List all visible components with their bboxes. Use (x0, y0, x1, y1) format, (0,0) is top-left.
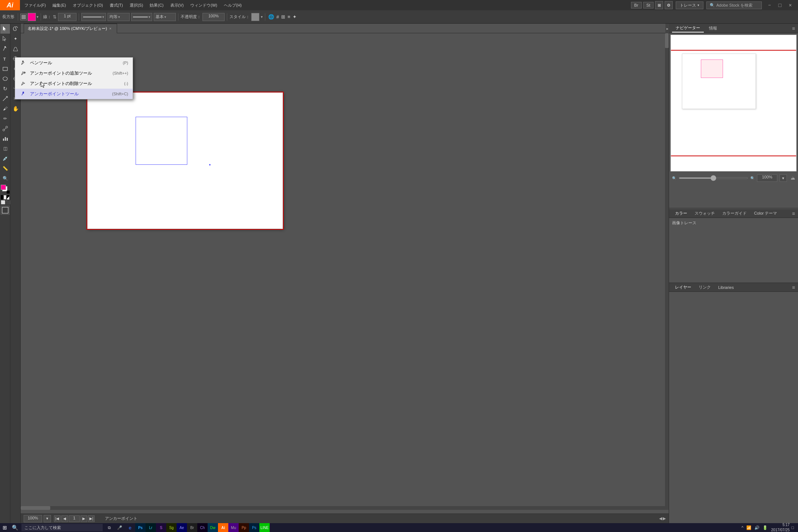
taskbar-search[interactable]: ここに入力して検索 (21, 524, 103, 531)
canvas-area[interactable] (21, 33, 669, 510)
fill-stroke-colors[interactable] (1, 185, 10, 194)
taskbar-pp[interactable]: Pp (239, 523, 249, 532)
selection-tool[interactable] (0, 24, 10, 34)
pen-tool[interactable] (0, 44, 10, 54)
remove-anchor-option[interactable]: - アンカーポイントの削除ツール (-) (15, 78, 133, 89)
warp-icon[interactable]: ⊞ (280, 13, 286, 20)
align-icon[interactable]: ≡ (287, 13, 291, 20)
menu-effect[interactable]: 効果(C) (147, 0, 166, 10)
direct-selection-tool[interactable] (0, 34, 10, 44)
first-page-button[interactable]: |◀ (54, 515, 61, 522)
add-anchor-option[interactable]: + アンカーポイントの追加ツール (Shift++) (15, 68, 133, 78)
taskbar-dw[interactable]: Dw (208, 523, 218, 532)
last-page-button[interactable]: ▶| (88, 515, 95, 522)
taskbar-ae[interactable]: Ae (177, 523, 187, 532)
rectangle-tool[interactable] (0, 64, 10, 74)
pathfinder-icon[interactable]: ✦ (292, 13, 297, 20)
transform-icon[interactable]: # (276, 13, 280, 20)
horizontal-scrollbar[interactable] (21, 506, 669, 510)
start-button[interactable]: ⊞ (0, 523, 10, 532)
color-guide-tab[interactable]: カラーガイド (719, 210, 750, 217)
measure-tool[interactable]: 📏 (0, 164, 10, 173)
menu-help[interactable]: ヘルプ(H) (221, 0, 245, 10)
right-collapse-button[interactable]: ▸ (665, 24, 669, 33)
globe-icon[interactable]: 🌐 (267, 13, 275, 20)
swatches-tab[interactable]: スウォッチ (692, 210, 718, 217)
hand-tool[interactable]: ✋ (11, 104, 20, 113)
info-tab[interactable]: 情報 (705, 24, 721, 32)
taskbar-sg[interactable]: Sg (166, 523, 177, 532)
menu-file[interactable]: ファイル(F) (21, 0, 49, 10)
scroll-right-arrow[interactable]: ▶ (663, 516, 666, 521)
black-square[interactable] (1, 195, 3, 200)
zoom-dropdown[interactable]: ▾ (44, 515, 51, 522)
tray-battery[interactable]: 🔋 (761, 525, 769, 531)
screen-mode-2[interactable]: ⬛ (6, 200, 10, 204)
perspective-tool[interactable] (11, 44, 20, 54)
menu-object[interactable]: オブジェクト(O) (70, 0, 106, 10)
tray-up[interactable]: ^ (740, 525, 744, 531)
taskbar-edge[interactable]: e (125, 523, 135, 532)
layers-menu-icon[interactable]: ≡ (792, 284, 795, 290)
trace-button[interactable]: トレース ▾ (676, 1, 703, 9)
prev-page-button[interactable]: ◀ (61, 515, 68, 522)
next-page-button[interactable]: ▶ (81, 515, 87, 522)
stroke-profile-picker[interactable]: ▾ (131, 13, 152, 21)
artboard-tool[interactable] (1, 206, 10, 215)
taskbar-ai[interactable]: Ai (218, 523, 228, 532)
color-tab[interactable]: カラー (672, 210, 690, 217)
bar-chart-tool[interactable] (0, 134, 10, 143)
taskbar-lr[interactable]: Lr (146, 523, 156, 532)
vertical-scrollbar[interactable] (665, 33, 669, 510)
system-clock[interactable]: 5:17 2017/07/25 (771, 522, 790, 532)
tray-volume[interactable]: 🔊 (753, 525, 761, 531)
convert-anchor-option[interactable]: アンカーポイントツール (Shift+C) (15, 89, 133, 99)
stroke-color-box[interactable] (28, 13, 36, 21)
stock-search[interactable]: 🔍Adobe Stock を検索 (706, 1, 762, 9)
fill-color-box[interactable] (20, 14, 27, 20)
menu-window[interactable]: ウィンドウ(W) (187, 0, 220, 10)
maximize-button[interactable]: □ (775, 0, 785, 10)
mic-icon[interactable]: 🎤 (115, 523, 125, 532)
taskbar-s[interactable]: S (156, 523, 166, 532)
color-panel-menu[interactable]: ≡ (792, 211, 795, 216)
scrollbar-thumb-v[interactable] (665, 33, 669, 48)
taskbar-line[interactable]: LINE (259, 523, 270, 532)
color-theme-tab[interactable]: Color テーマ (751, 210, 780, 217)
color-dropdown[interactable]: ▾ (37, 15, 38, 19)
zoom-slider[interactable] (679, 177, 748, 179)
type-tool[interactable]: T (0, 54, 10, 64)
bridge-button[interactable]: Br (631, 2, 642, 8)
ellipse-tool[interactable] (0, 74, 10, 83)
panel-menu-icon[interactable]: ≡ (792, 25, 795, 31)
gradient-square[interactable] (7, 195, 9, 200)
rectangle-object[interactable] (136, 117, 187, 165)
stroke-align-dropdown[interactable]: 均等▾ (108, 13, 130, 21)
paintbrush-tool[interactable]: 🖌 (0, 104, 10, 113)
opacity-input[interactable]: 100% (202, 13, 225, 21)
zoom-tool[interactable]: 🔍 (0, 174, 10, 183)
navigator-tab[interactable]: ナビゲーター (672, 24, 704, 33)
scale-tool[interactable] (0, 94, 10, 103)
blend-tool[interactable] (0, 124, 10, 133)
style-dropdown[interactable]: ▾ (261, 15, 263, 19)
close-button[interactable]: × (785, 0, 795, 10)
minimize-button[interactable]: － (765, 0, 774, 10)
layers-tab[interactable]: レイヤー (672, 284, 694, 291)
settings-icon[interactable]: ⚙ (665, 1, 673, 9)
img-trace-row[interactable]: 画像トレース (669, 218, 798, 228)
rotate-tool[interactable]: ↻ (0, 84, 10, 93)
line-dash-picker[interactable]: ▾ (81, 13, 106, 21)
nav-mountain-icon[interactable]: ⛰ (791, 175, 795, 181)
screen-mode-1[interactable]: ⬜ (1, 200, 5, 204)
menu-view[interactable]: 表示(V) (167, 0, 187, 10)
taskbar-ps[interactable]: Ps (135, 523, 146, 532)
tray-network[interactable]: 📶 (745, 525, 753, 531)
scrollbar-thumb-h[interactable] (21, 506, 50, 510)
show-desktop[interactable]: □ (790, 525, 795, 531)
magic-wand-tool[interactable]: ✦ (11, 34, 20, 44)
zoom-input[interactable]: 100% (24, 515, 42, 522)
document-tab[interactable]: 名称未設定-1* @ 100% (CMYK/プレビュー) × (24, 24, 117, 33)
profile-dropdown[interactable]: 基本▾ (154, 13, 176, 21)
gradient-tool[interactable]: ◫ (0, 144, 10, 153)
